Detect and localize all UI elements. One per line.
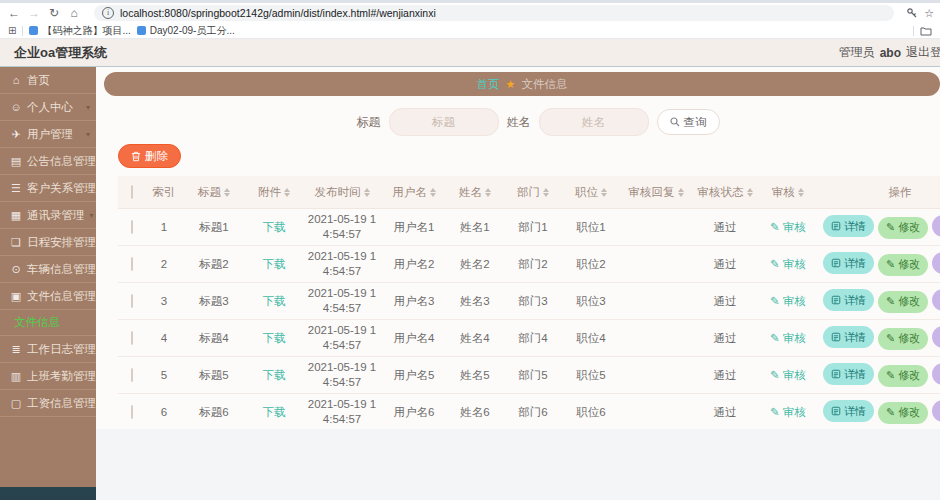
- sort-icon[interactable]: [747, 188, 753, 197]
- audit-link[interactable]: ✎ 审核: [770, 221, 806, 233]
- col-username[interactable]: 用户名: [382, 176, 446, 209]
- name-search-input[interactable]: [539, 108, 649, 136]
- download-link[interactable]: 下载: [263, 258, 286, 270]
- cell-dept: 部门5: [504, 357, 562, 394]
- row-checkbox[interactable]: [131, 368, 133, 382]
- edit-button[interactable]: ✎ 修改: [878, 291, 928, 313]
- download-link[interactable]: 下载: [263, 221, 286, 233]
- reload-icon[interactable]: ↻: [46, 5, 62, 21]
- key-icon[interactable]: [906, 7, 918, 19]
- detail-button[interactable]: 详情: [823, 363, 874, 385]
- col-publish-time[interactable]: 发布时间: [302, 176, 382, 209]
- detail-button[interactable]: 详情: [823, 326, 874, 348]
- edit-button[interactable]: ✎ 修改: [878, 365, 928, 387]
- delete-button[interactable]: 删除: [932, 363, 940, 385]
- bookmarks-folder-icon[interactable]: [920, 26, 932, 36]
- back-icon[interactable]: ←: [6, 5, 22, 21]
- bookmark-favicon: [29, 26, 38, 35]
- download-link[interactable]: 下载: [263, 332, 286, 344]
- col-audit-status[interactable]: 审核状态: [692, 176, 758, 209]
- sort-icon[interactable]: [364, 188, 370, 197]
- search-form: 标题 姓名 查询: [136, 109, 940, 135]
- detail-button[interactable]: 详情: [823, 252, 874, 274]
- delete-button[interactable]: 删除: [932, 289, 940, 311]
- row-checkbox[interactable]: [131, 405, 133, 419]
- col-title[interactable]: 标题: [182, 176, 246, 209]
- sort-icon[interactable]: [485, 188, 491, 197]
- cell-dept: 部门2: [504, 246, 562, 283]
- cell-audit-status: 通过: [692, 320, 758, 357]
- audit-link[interactable]: ✎ 审核: [770, 369, 806, 381]
- sidebar-item-personal-center[interactable]: 个人中心▾: [0, 94, 96, 121]
- bookmark-item[interactable]: Day02-09-员工分...: [137, 24, 235, 38]
- users-icon: [10, 128, 22, 141]
- delete-button[interactable]: 删除: [932, 215, 940, 237]
- col-attachment[interactable]: 附件: [246, 176, 302, 209]
- logout-button[interactable]: 退出登录: [906, 44, 940, 61]
- sidebar-item-user-management[interactable]: 用户管理▾: [0, 121, 96, 148]
- sort-icon[interactable]: [224, 188, 230, 197]
- sidebar-item-announcement-management[interactable]: 公告信息管理▾: [0, 148, 96, 175]
- sidebar-item-customer-management[interactable]: 客户关系管理▾: [0, 175, 96, 202]
- bookmark-item[interactable]: 【码神之路】项目...: [29, 24, 130, 38]
- breadcrumb-home-link[interactable]: 首页: [477, 77, 500, 92]
- select-all-checkbox[interactable]: [131, 185, 133, 199]
- table-row: 4标题4下载2021-05-19 14:54:57用户名4姓名4部门4职位4通过…: [118, 320, 940, 357]
- row-checkbox[interactable]: [131, 257, 133, 271]
- edit-button[interactable]: ✎ 修改: [878, 402, 928, 424]
- download-link[interactable]: 下载: [263, 369, 286, 381]
- sidebar-item-schedule-management[interactable]: 日程安排管理▾: [0, 229, 96, 256]
- forward-icon[interactable]: →: [26, 5, 42, 21]
- sort-icon[interactable]: [798, 188, 804, 197]
- download-link[interactable]: 下载: [263, 406, 286, 418]
- cell-publish-time: 2021-05-19 14:54:57: [302, 320, 382, 357]
- edit-button[interactable]: ✎ 修改: [878, 328, 928, 350]
- row-checkbox[interactable]: [131, 294, 133, 308]
- detail-button[interactable]: 详情: [823, 289, 874, 311]
- sidebar-item-file-management[interactable]: 文件信息管理▾: [0, 283, 96, 310]
- sort-icon[interactable]: [678, 188, 684, 197]
- tab-grid-icon[interactable]: ⊞: [8, 25, 16, 36]
- delete-button[interactable]: 删除: [932, 326, 940, 348]
- app-title: 企业oa管理系统: [14, 44, 107, 62]
- sidebar-item-attendance-management[interactable]: 上班考勤管理▾: [0, 363, 96, 390]
- delete-button[interactable]: 删除: [932, 400, 940, 422]
- cell-audit-status: 通过: [692, 357, 758, 394]
- sidebar-item-home[interactable]: 首页: [0, 67, 96, 94]
- audit-link[interactable]: ✎ 审核: [770, 406, 806, 418]
- row-checkbox[interactable]: [131, 331, 133, 345]
- detail-button[interactable]: 详情: [823, 215, 874, 237]
- sort-icon[interactable]: [284, 188, 290, 197]
- query-button[interactable]: 查询: [657, 109, 720, 135]
- title-search-input[interactable]: [389, 108, 499, 136]
- sort-icon[interactable]: [430, 188, 436, 197]
- col-audit[interactable]: 审核: [758, 176, 818, 209]
- download-link[interactable]: 下载: [263, 295, 286, 307]
- sidebar-subitem-file-info-active[interactable]: 文件信息: [0, 310, 96, 336]
- sort-icon[interactable]: [543, 188, 549, 197]
- home-icon[interactable]: ⌂: [66, 5, 82, 21]
- address-bar[interactable]: i localhost:8080/springboot2142g/admin/d…: [94, 5, 894, 21]
- audit-link[interactable]: ✎ 审核: [770, 258, 806, 270]
- row-checkbox[interactable]: [131, 220, 133, 234]
- home-icon: [10, 74, 22, 86]
- col-name[interactable]: 姓名: [446, 176, 504, 209]
- col-dept[interactable]: 部门: [504, 176, 562, 209]
- col-audit-reply[interactable]: 审核回复: [620, 176, 692, 209]
- col-position[interactable]: 职位: [562, 176, 620, 209]
- sidebar-item-contacts-management[interactable]: 通讯录管理▾: [0, 202, 96, 229]
- audit-link[interactable]: ✎ 审核: [770, 332, 806, 344]
- edit-button[interactable]: ✎ 修改: [878, 254, 928, 276]
- bookmark-star-icon[interactable]: ☆: [924, 7, 934, 20]
- sidebar-item-worklog-management[interactable]: 工作日志管理▾: [0, 336, 96, 363]
- edit-button[interactable]: ✎ 修改: [878, 217, 928, 239]
- audit-link[interactable]: ✎ 审核: [770, 295, 806, 307]
- batch-delete-button[interactable]: 删除: [118, 144, 181, 168]
- site-info-icon[interactable]: i: [102, 7, 114, 19]
- delete-button[interactable]: 删除: [932, 252, 940, 274]
- detail-button[interactable]: 详情: [823, 400, 874, 422]
- sidebar-item-vehicle-management[interactable]: 车辆信息管理▾: [0, 256, 96, 283]
- sort-icon[interactable]: [601, 188, 607, 197]
- sidebar-item-salary-management[interactable]: 工资信息管理▾: [0, 390, 96, 417]
- cell-title: 标题6: [182, 394, 246, 430]
